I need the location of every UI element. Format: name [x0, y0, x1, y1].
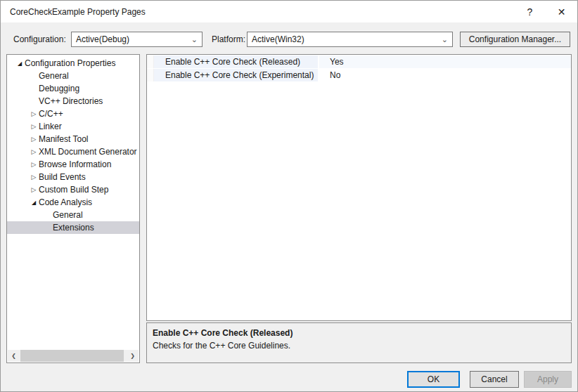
property-row[interactable]: Enable C++ Core Check (Released) Yes — [147, 55, 571, 69]
tree-expand-icon[interactable]: ▷ — [29, 148, 39, 155]
description-title: Enable C++ Core Check (Released) — [153, 328, 565, 338]
tree-item[interactable]: ▷ Linker — [7, 120, 139, 133]
scroll-left-icon[interactable]: ❮ — [8, 353, 20, 359]
scrollbar-track[interactable] — [20, 350, 127, 362]
configuration-manager-label: Configuration Manager... — [469, 34, 561, 44]
configuration-manager-button[interactable]: Configuration Manager... — [460, 32, 570, 47]
property-name: Enable C++ Core Check (Released) — [154, 55, 319, 68]
tree-expand-icon[interactable]: ◢ — [15, 60, 25, 67]
tree-expand-icon[interactable]: ◢ — [29, 200, 39, 206]
configuration-dropdown-value: Active(Debug) — [76, 34, 129, 44]
description-panel: Enable C++ Core Check (Released) Checks … — [146, 322, 572, 363]
platform-dropdown-value: Active(Win32) — [252, 34, 304, 44]
tree-item-label: Build Events — [39, 172, 86, 182]
cancel-button[interactable]: Cancel — [470, 371, 519, 388]
window-title: CoreCheckExample Property Pages — [1, 7, 146, 17]
tree-item[interactable]: ▷ Custom Build Step — [7, 183, 139, 196]
tree-item-label: Extensions — [53, 223, 94, 233]
tree-horizontal-scrollbar[interactable]: ❮ ❯ — [8, 350, 139, 362]
tree-item[interactable]: VC++ Directories — [7, 95, 139, 107]
apply-button[interactable]: Apply — [524, 371, 572, 388]
tree-item[interactable]: ▷ XML Document Generator — [7, 145, 139, 158]
ok-button[interactable]: OK — [407, 371, 460, 388]
tree-item-label: XML Document Generator — [39, 147, 137, 157]
property-value[interactable]: No — [319, 69, 571, 81]
tree-item[interactable]: ◢ Code Analysis — [7, 196, 139, 209]
cancel-button-label: Cancel — [481, 374, 507, 384]
tree-item[interactable]: ▷ Build Events — [7, 171, 139, 183]
tree-expand-icon[interactable]: ▷ — [29, 161, 39, 168]
row-gutter — [147, 55, 154, 68]
chevron-down-icon: ⌄ — [442, 36, 448, 43]
ok-button-label: OK — [428, 374, 439, 384]
tree-expand-icon[interactable]: ▷ — [29, 123, 39, 130]
scrollbar-thumb[interactable] — [20, 350, 124, 362]
tree-item[interactable]: Extensions — [7, 221, 139, 234]
tree-item[interactable]: General — [7, 70, 139, 82]
configuration-tree: ◢ Configuration Properties General Debug… — [6, 54, 140, 363]
tree-item-label: Debugging — [39, 84, 79, 93]
tree-item[interactable]: General — [7, 209, 139, 221]
property-grid-rows: Enable C++ Core Check (Released) Yes Ena… — [147, 55, 571, 82]
tree-item-label: Manifest Tool — [39, 134, 88, 144]
help-icon[interactable]: ? — [514, 1, 546, 22]
tree-expand-icon[interactable]: ▷ — [29, 174, 39, 181]
platform-dropdown[interactable]: Active(Win32) ⌄ — [247, 32, 453, 47]
scroll-right-icon[interactable]: ❯ — [127, 353, 139, 359]
tree-item[interactable]: ▷ Manifest Tool — [7, 133, 139, 145]
property-pages-dialog: CoreCheckExample Property Pages ? ✕ Conf… — [0, 0, 578, 392]
tree-item-label: VC++ Directories — [39, 96, 103, 106]
tree-item-label: General — [39, 71, 69, 81]
titlebar: CoreCheckExample Property Pages ? ✕ — [1, 1, 577, 22]
tree-items: ◢ Configuration Properties General Debug… — [7, 57, 139, 234]
tree-item-label: Custom Build Step — [39, 185, 108, 195]
property-row[interactable]: Enable C++ Core Check (Experimental) No — [147, 69, 571, 82]
tree-item[interactable]: ▷ C/C++ — [7, 107, 139, 120]
tree-item-label: C/C++ — [39, 109, 63, 119]
tree-item[interactable]: ▷ Browse Information — [7, 158, 139, 171]
tree-item-label: Code Analysis — [39, 197, 92, 207]
tree-expand-icon[interactable]: ▷ — [29, 136, 39, 143]
platform-label: Platform: — [212, 32, 245, 47]
tree-item-label: Configuration Properties — [25, 58, 115, 68]
property-name: Enable C++ Core Check (Experimental) — [154, 69, 319, 81]
tree-item-label: Linker — [39, 122, 62, 131]
tree-item[interactable]: Debugging — [7, 82, 139, 95]
tree-item-label: Browse Information — [39, 159, 111, 169]
tree-expand-icon[interactable]: ▷ — [29, 186, 39, 193]
apply-button-label: Apply — [537, 374, 558, 384]
property-grid: Enable C++ Core Check (Released) Yes Ena… — [146, 54, 572, 321]
tree-item[interactable]: ◢ Configuration Properties — [7, 57, 139, 70]
property-value[interactable]: Yes — [319, 55, 571, 68]
row-gutter — [147, 69, 154, 81]
configuration-label: Configuration: — [13, 32, 66, 47]
close-icon[interactable]: ✕ — [546, 1, 577, 22]
chevron-down-icon: ⌄ — [191, 36, 198, 43]
tree-item-label: General — [53, 210, 83, 220]
configuration-dropdown[interactable]: Active(Debug) ⌄ — [71, 32, 203, 47]
description-body: Checks for the C++ Core Guidelines. — [153, 341, 565, 351]
tree-expand-icon[interactable]: ▷ — [29, 110, 39, 117]
